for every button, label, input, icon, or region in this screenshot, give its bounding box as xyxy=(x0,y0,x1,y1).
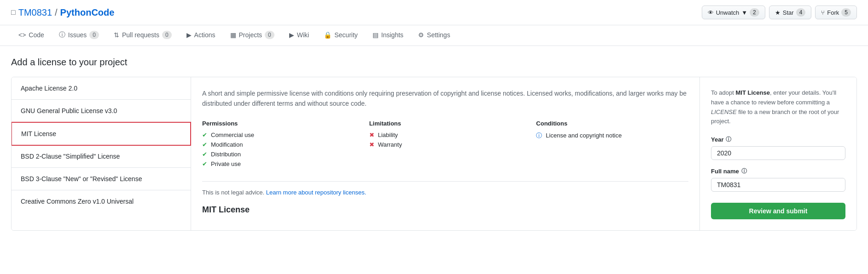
tab-issues-label: Issues xyxy=(68,31,87,39)
review-submit-button[interactable]: Review and submit xyxy=(711,203,845,219)
tab-insights-label: Insights xyxy=(381,31,403,39)
page-content: Add a license to your project Apache Lic… xyxy=(0,46,868,242)
repo-icon: □ xyxy=(11,8,16,17)
license-mit-label: MIT License xyxy=(21,130,56,137)
legal-notice-prefix: This is not legal advice. xyxy=(202,189,264,196)
unwatch-label: Unwatch xyxy=(716,9,740,16)
year-input[interactable] xyxy=(711,146,845,160)
tab-security-label: Security xyxy=(334,31,358,39)
projects-icon: ▦ xyxy=(230,31,236,39)
limit-warranty-label: Warranty xyxy=(378,141,402,148)
license-form: To adopt MIT License, enter your details… xyxy=(700,77,856,230)
license-item-gpl[interactable]: GNU General Public License v3.0 xyxy=(12,100,191,122)
license-cc0-label: Creative Commons Zero v1.0 Universal xyxy=(21,198,134,205)
license-description: A short and simple permissive license wi… xyxy=(202,88,688,109)
fullname-input[interactable] xyxy=(711,178,845,192)
fullname-field-group: Full name ⓘ xyxy=(711,167,845,192)
license-apache-label: Apache License 2.0 xyxy=(21,85,77,92)
top-actions: 👁 Unwatch ▼ 2 ★ Star 4 ⑂ Fork 5 xyxy=(702,6,857,19)
issues-icon: ⓘ xyxy=(59,31,65,39)
license-list: Apache License 2.0 GNU General Public Li… xyxy=(12,77,191,230)
form-license-name: MIT License xyxy=(736,89,770,96)
star-label: Star xyxy=(783,9,794,16)
legal-notice: This is not legal advice. Learn more abo… xyxy=(202,181,688,196)
year-field-group: Year ⓘ xyxy=(711,136,845,160)
license-item-mit[interactable]: MIT License xyxy=(11,122,191,146)
check-icon: ✔ xyxy=(202,160,207,167)
perm-modification-label: Modification xyxy=(211,141,243,148)
repo-title: □ TM0831 / PythonCode xyxy=(11,7,114,18)
title-separator: / xyxy=(55,7,58,18)
actions-icon: ▶ xyxy=(186,31,192,39)
tab-insights[interactable]: ▤ Insights xyxy=(365,26,411,45)
tab-code[interactable]: <> Code xyxy=(11,26,52,45)
eye-icon: 👁 xyxy=(708,9,714,16)
check-icon: ✔ xyxy=(202,141,207,148)
license-item-bsd3[interactable]: BSD 3-Clause "New" or "Revised" License xyxy=(12,168,191,190)
tab-actions-label: Actions xyxy=(194,31,216,39)
chevron-down-icon: ▼ xyxy=(741,9,747,16)
info-circle-icon: ⓘ xyxy=(536,131,542,140)
year-label: Year ⓘ xyxy=(711,136,845,143)
fullname-label: Full name ⓘ xyxy=(711,167,845,175)
tab-wiki-label: Wiki xyxy=(297,31,309,39)
limitations-header: Limitations xyxy=(369,120,522,127)
perm-commercial-label: Commercial use xyxy=(211,131,254,138)
license-item-bsd2[interactable]: BSD 2-Clause "Simplified" License xyxy=(12,145,191,168)
star-count: 4 xyxy=(796,8,806,17)
tab-security[interactable]: 🔒 Security xyxy=(316,26,365,45)
tab-projects[interactable]: ▦ Projects 0 xyxy=(223,25,282,46)
tab-settings-label: Settings xyxy=(427,31,450,39)
star-button[interactable]: ★ Star 4 xyxy=(769,6,812,19)
perm-commercial: ✔ Commercial use xyxy=(202,131,355,138)
fork-count: 5 xyxy=(841,8,851,17)
limit-liability-label: Liability xyxy=(378,131,398,138)
permissions-column: Permissions ✔ Commercial use ✔ Modificat… xyxy=(202,120,355,170)
tab-issues[interactable]: ⓘ Issues 0 xyxy=(52,25,106,46)
license-bsd2-label: BSD 2-Clause "Simplified" License xyxy=(21,153,120,160)
top-bar: □ TM0831 / PythonCode 👁 Unwatch ▼ 2 ★ St… xyxy=(0,0,868,25)
unwatch-button[interactable]: 👁 Unwatch ▼ 2 xyxy=(702,6,765,19)
perm-distribution-label: Distribution xyxy=(211,151,241,158)
year-info-icon: ⓘ xyxy=(726,136,731,143)
license-item-cc0[interactable]: Creative Commons Zero v1.0 Universal xyxy=(12,190,191,212)
main-layout: Apache License 2.0 GNU General Public Li… xyxy=(11,77,857,231)
license-gpl-label: GNU General Public License v3.0 xyxy=(21,107,117,114)
license-bsd3-label: BSD 3-Clause "New" or "Revised" License xyxy=(21,175,142,183)
conditions-column: Conditions ⓘ License and copyright notic… xyxy=(536,120,688,170)
projects-badge: 0 xyxy=(265,31,274,39)
fullname-label-text: Full name xyxy=(711,168,739,175)
tab-projects-label: Projects xyxy=(239,31,262,39)
repo-name-link[interactable]: PythonCode xyxy=(60,7,115,18)
tab-wiki[interactable]: ▶ Wiki xyxy=(282,26,316,45)
license-item-apache[interactable]: Apache License 2.0 xyxy=(12,77,191,100)
permissions-grid: Permissions ✔ Commercial use ✔ Modificat… xyxy=(202,120,688,170)
year-label-text: Year xyxy=(711,136,723,143)
learn-more-link[interactable]: Learn more about repository licenses. xyxy=(266,189,367,196)
fork-icon: ⑂ xyxy=(821,9,825,16)
tab-pull-requests[interactable]: ⇅ Pull requests 0 xyxy=(106,25,179,46)
form-file-mention: LICENSE xyxy=(711,108,737,115)
perm-distribution: ✔ Distribution xyxy=(202,151,355,158)
x-icon: ✖ xyxy=(369,141,374,148)
limit-liability: ✖ Liability xyxy=(369,131,522,138)
fork-label: Fork xyxy=(827,9,839,16)
fork-button[interactable]: ⑂ Fork 5 xyxy=(815,6,857,19)
watch-count: 2 xyxy=(750,8,759,17)
license-details: A short and simple permissive license wi… xyxy=(191,77,700,230)
cond-license-notice-label: License and copyright notice xyxy=(546,132,622,139)
conditions-header: Conditions xyxy=(536,120,688,127)
repo-owner-link[interactable]: TM0831 xyxy=(18,7,52,18)
page-title: Add a license to your project xyxy=(11,57,857,68)
fullname-info-icon: ⓘ xyxy=(741,167,747,175)
tab-settings[interactable]: ⚙ Settings xyxy=(411,26,458,45)
pr-icon: ⇅ xyxy=(114,31,119,39)
wiki-icon: ▶ xyxy=(289,31,294,39)
star-icon: ★ xyxy=(775,9,781,16)
x-icon: ✖ xyxy=(369,131,374,138)
security-icon: 🔒 xyxy=(324,31,332,39)
tab-actions[interactable]: ▶ Actions xyxy=(179,26,223,45)
permissions-header: Permissions xyxy=(202,120,355,127)
tab-pr-label: Pull requests xyxy=(122,31,159,39)
settings-icon: ⚙ xyxy=(418,31,424,39)
